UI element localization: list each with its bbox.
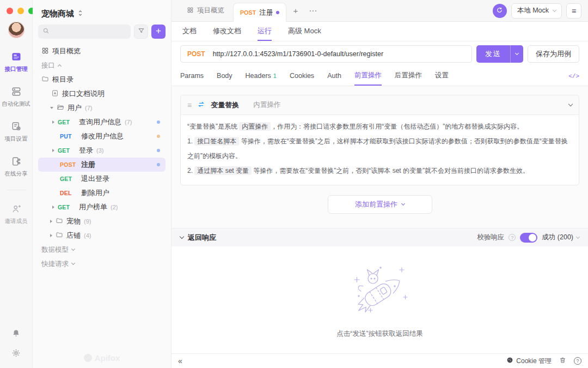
rail-bottom [11,329,21,368]
search-icon [42,27,50,36]
tree-api-get-user-ranking[interactable]: GET 用户榜单 (2) [38,200,166,214]
close-window-button[interactable] [7,8,13,14]
cookie-manager-label: Cookie 管理 [516,357,552,366]
caret-right-icon[interactable] [52,206,54,209]
save-as-case-button[interactable]: 保存为用例 [528,45,579,63]
tree-item-label: 店铺 [66,231,81,240]
add-pre-operation-button[interactable]: 添加前置操作 [328,195,432,214]
tab-headers[interactable]: Headers 1 [246,67,277,86]
api-tree: 项目概览 接口 根目录 接口文档说明 用户 (7) [33,44,171,271]
tree-api-get-logout[interactable]: GET 退出登录 [38,172,166,186]
tree-item-label: 注册 [81,160,95,170]
fox-rocket-illustration [345,261,415,322]
tree-folder-pets[interactable]: 宠物 (9) [38,214,166,228]
validate-response-toggle[interactable] [520,233,537,243]
tab-pre-operations[interactable]: 前置操作 [354,67,382,86]
section-header-data-models[interactable]: 数据模型 [38,243,166,257]
new-tab-button[interactable]: + [289,6,302,15]
desc-text: 等操作，需要放在“变量替换”之前，否则“该脚本 set 的变量”就不会对当前接口… [252,167,529,174]
tab-label: 前置操作 [354,71,382,80]
toggle-knob [529,234,536,242]
section-header-api[interactable]: 接口 [38,58,166,73]
tree-api-get-login[interactable]: GET 登录 (3) [38,143,166,158]
tab-body[interactable]: Body [217,67,232,86]
tab-params[interactable]: Params [180,67,204,86]
notifications-bell-icon[interactable] [11,329,21,340]
tree-folder-root[interactable]: 根目录 [38,73,166,87]
tree-folder-users[interactable]: 用户 (7) [38,101,166,115]
more-tabs-button[interactable]: ⋯ [304,6,321,16]
tab-advanced-mock[interactable]: 高级 Mock [288,22,321,41]
code-view-icon[interactable]: </> [568,73,579,80]
send-button[interactable]: 发送 [476,45,510,63]
environment-selector[interactable]: 本地 Mock [511,3,562,19]
help-icon[interactable]: ? [574,357,581,365]
tab-project-overview[interactable]: 项目概览 [180,6,231,15]
tree-item-count: (3) [96,147,103,154]
rail-item-invite-member[interactable]: 邀请成员 [5,203,28,225]
add-new-button[interactable]: + [151,25,166,39]
layout-menu-button[interactable]: ≡ [566,3,581,19]
tree-api-del-delete-user[interactable]: DEL 删除用户 [38,186,166,200]
tree-api-post-register[interactable]: POST 注册 [38,158,166,172]
caret-right-icon[interactable] [50,234,52,237]
chevron-down-icon [553,8,556,11]
minimize-window-button[interactable] [17,8,24,14]
tab-edit-doc[interactable]: 修改文档 [213,22,241,41]
status-dot [157,135,160,138]
response-title: 返回响应 [188,233,216,243]
chevron-down-icon[interactable] [568,102,573,106]
caret-down-icon[interactable] [50,107,53,109]
method-label: GET [60,176,78,182]
tab-register-active[interactable]: POST 注册 [233,3,286,22]
sync-button[interactable] [493,4,507,18]
tab-cookies[interactable]: Cookies [290,67,314,86]
tab-label: 设置 [435,71,449,80]
method-label: PUT [60,133,78,140]
panel-header[interactable]: ≡ 变量替换 内置操作 [181,95,579,115]
rail-item-api-management[interactable]: 接口管理 [5,51,28,73]
tab-settings[interactable]: 设置 [435,67,449,86]
tree-api-put-modify-user[interactable]: PUT 修改用户信息 [38,129,166,143]
main-panel: 项目概览 POST 注册 + ⋯ 本地 Mock [171,0,588,368]
caret-right-icon[interactable] [52,149,54,152]
chevron-down-icon[interactable] [180,234,184,239]
url-input[interactable]: POST http://127.0.0.1:4523/m1/1736901-0-… [180,45,472,63]
project-switcher[interactable]: 宠物商城 [33,7,171,25]
avatar[interactable] [8,22,24,38]
cookie-manager-button[interactable]: Cookie 管理 [506,357,552,366]
rail-item-online-share[interactable]: 在线分享 [5,156,28,178]
tree-folder-shops[interactable]: 店铺 (4) [38,228,166,243]
rail-item-project-settings[interactable]: 项目设置 [5,121,28,143]
filter-button[interactable] [134,25,148,39]
desc-code: 通过脚本 set 变量 [194,166,252,175]
project-settings-icon [11,121,22,133]
send-dropdown-button[interactable] [510,45,523,63]
tab-run[interactable]: 运行 [258,22,272,41]
apifox-logo-icon [84,354,92,362]
tab-post-operations[interactable]: 后置操作 [395,67,422,86]
trash-icon[interactable] [559,357,566,365]
rail-item-automated-testing[interactable]: 自动化测试 [2,86,30,108]
response-controls: 校验响应 ? 成功 (200) [477,233,579,243]
search-input[interactable] [38,25,131,39]
validate-response-label: 校验响应 [477,233,504,242]
desc-code: 接口签名脚本 [194,137,239,146]
chevron-down-icon [71,261,75,265]
tree-api-get-user-info[interactable]: GET 查询用户信息 (7) [38,115,166,129]
caret-right-icon[interactable] [50,220,52,223]
help-question-icon[interactable]: ? [509,234,516,241]
tab-doc[interactable]: 文档 [182,22,197,41]
description-line: 1. 接口签名脚本 等操作，需放在“变量替换”之后，这样脚本才能获取到该接口实际… [187,134,572,164]
collapse-sidebar-icon[interactable]: « [178,357,182,365]
tree-doc-api-readme[interactable]: 接口文档说明 [38,87,166,101]
expected-status-selector[interactable]: 成功 (200) [542,233,579,242]
desc-text: 2. [187,167,194,174]
tab-auth[interactable]: Auth [327,67,341,86]
caret-right-icon[interactable] [52,120,54,124]
section-header-quick-requests[interactable]: 快捷请求 [38,257,166,271]
drag-handle-icon[interactable]: ≡ [187,101,192,110]
rail-item-label: 在线分享 [5,170,28,178]
sidebar-item-project-overview[interactable]: 项目概览 [38,44,166,58]
settings-gear-icon[interactable] [11,348,21,359]
